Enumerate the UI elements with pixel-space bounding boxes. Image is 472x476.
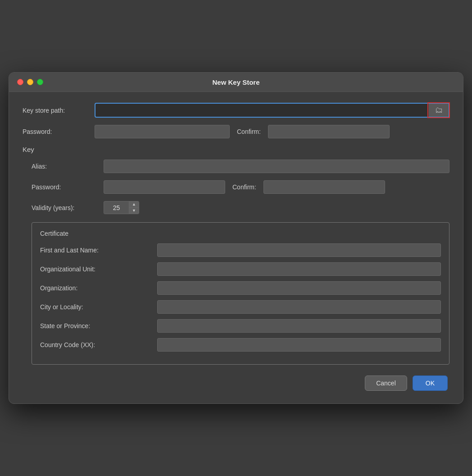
password-label: Password: [23, 128, 95, 135]
state-input[interactable] [157, 319, 441, 333]
org-unit-row: Organizational Unit: [40, 262, 441, 276]
org-unit-input[interactable] [157, 262, 441, 276]
org-row: Organization: [40, 281, 441, 295]
state-row: State or Province: [40, 319, 441, 333]
close-button[interactable] [17, 79, 23, 85]
confirm-label: Confirm: [237, 128, 261, 135]
key-confirm-input[interactable] [263, 180, 385, 194]
key-section: Alias: Password: Confirm: Validity (year… [23, 160, 449, 365]
country-label: Country Code (XX): [40, 341, 157, 348]
certificate-box: Certificate First and Last Name: Organiz… [32, 222, 449, 365]
password-input[interactable] [95, 125, 230, 138]
validity-spinner: ▲ ▼ [104, 201, 139, 214]
minimize-button[interactable] [27, 79, 33, 85]
org-unit-label: Organizational Unit: [40, 265, 157, 273]
org-label: Organization: [40, 284, 157, 292]
key-section-label: Key [23, 146, 449, 153]
city-label: City or Locality: [40, 303, 157, 311]
traffic-lights [17, 79, 43, 85]
first-last-name-row: First and Last Name: [40, 243, 441, 257]
org-input[interactable] [157, 281, 441, 295]
key-password-input[interactable] [104, 180, 225, 194]
first-last-name-input[interactable] [157, 243, 441, 257]
new-key-store-dialog: New Key Store Key store path: 🗂 Password… [9, 72, 463, 404]
key-confirm-label: Confirm: [232, 183, 256, 191]
keystore-path-input-wrapper: 🗂 [95, 103, 449, 118]
browse-button[interactable]: 🗂 [429, 104, 449, 117]
ok-button[interactable]: OK [413, 375, 448, 391]
city-input[interactable] [157, 300, 441, 314]
key-password-row: Password: Confirm: [32, 180, 449, 194]
state-label: State or Province: [40, 322, 157, 330]
country-row: Country Code (XX): [40, 338, 441, 352]
country-input[interactable] [157, 338, 441, 352]
folder-icon: 🗂 [435, 105, 443, 115]
title-bar: New Key Store [9, 73, 463, 92]
first-last-name-label: First and Last Name: [40, 247, 157, 254]
password-row: Password: Confirm: [23, 125, 449, 138]
spinner-down-button[interactable]: ▼ [129, 208, 139, 214]
alias-input[interactable] [104, 160, 449, 173]
maximize-button[interactable] [37, 79, 43, 85]
validity-row: Validity (years): ▲ ▼ [32, 201, 449, 214]
validity-label: Validity (years): [32, 204, 104, 211]
alias-label: Alias: [32, 163, 104, 170]
confirm-password-input[interactable] [268, 125, 390, 138]
keystore-path-row: Key store path: 🗂 [23, 103, 449, 118]
validity-input[interactable] [104, 201, 129, 214]
spinner-buttons: ▲ ▼ [129, 201, 139, 214]
alias-row: Alias: [32, 160, 449, 173]
spinner-up-button[interactable]: ▲ [129, 201, 139, 208]
key-password-label: Password: [32, 183, 104, 191]
certificate-title: Certificate [40, 230, 441, 237]
keystore-path-label: Key store path: [23, 107, 95, 114]
cancel-button[interactable]: Cancel [365, 375, 407, 391]
dialog-content: Key store path: 🗂 Password: Confirm: Key… [9, 92, 463, 403]
keystore-path-input[interactable] [95, 104, 429, 117]
button-row: Cancel OK [23, 375, 449, 391]
city-row: City or Locality: [40, 300, 441, 314]
dialog-title: New Key Store [212, 78, 259, 86]
